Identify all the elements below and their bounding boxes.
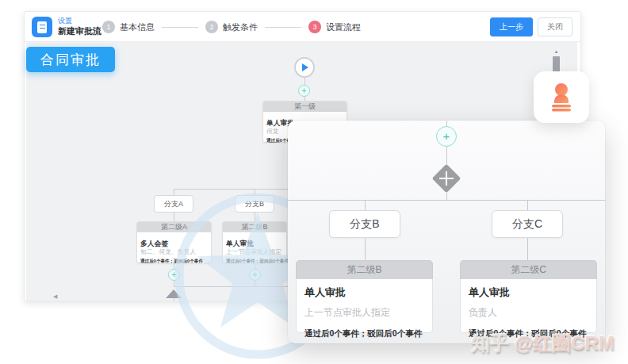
add-node-icon[interactable]: + — [168, 269, 180, 281]
step-trigger-conditions[interactable]: 2 触发条件 — [205, 21, 258, 33]
page-title: 新建审批流 — [58, 25, 101, 36]
add-node-icon[interactable]: + — [249, 269, 261, 281]
close-button[interactable]: 关闭 — [538, 17, 572, 36]
flow-line — [255, 213, 255, 221]
step-connector — [162, 27, 198, 28]
node-title: 第二级B — [223, 222, 286, 232]
node-title: 第二级C — [460, 260, 597, 279]
add-node-icon[interactable]: + — [436, 126, 457, 147]
flow-line — [255, 260, 255, 269]
flow-line — [446, 121, 447, 126]
zhihu-watermark: 知乎 @红圈CRM — [471, 331, 615, 356]
flow-line — [365, 238, 366, 260]
flow-line — [304, 78, 305, 85]
node-type: 多人会签 — [140, 239, 168, 248]
flow-line — [174, 213, 174, 221]
zoom-detail-panel: + 分支B 分支C 第二级B 单人审批 上一节点审批人指定 通过后0个事件；驳回… — [288, 121, 605, 343]
flow-line — [174, 189, 174, 195]
contract-approval-badge: 合同审批 — [26, 47, 115, 72]
flow-line — [446, 192, 447, 200]
branch-c-box[interactable]: 分支C — [492, 210, 563, 238]
branch-split-line — [174, 189, 304, 190]
flow-line — [527, 238, 528, 260]
document-icon — [37, 21, 47, 33]
approval-node-level2c-zoomed[interactable]: 第二级C 单人审批 负责人 通过后0个事件；驳回后0个事件 — [460, 260, 597, 333]
approval-node-level2b-zoomed[interactable]: 第二级B 单人审批 上一节点审批人指定 通过后0个事件；驳回后0个事件 — [296, 260, 433, 333]
flow-line — [174, 281, 174, 286]
add-node-icon[interactable]: + — [298, 85, 310, 97]
app-header: 设置 新建审批流 1 基本信息 2 触发条件 3 设置流程 — [25, 12, 580, 42]
node-events: 通过后0个事件；驳回后0个事件 — [140, 258, 203, 264]
node-title: 第二级B — [296, 260, 433, 279]
step-1-circle: 1 — [102, 21, 115, 33]
approval-node-level2a[interactable]: 第二级A 多人会签 知二、何龙、负责人 通过后0个事件；驳回后0个事件 — [136, 221, 212, 263]
merge-triangle-icon — [166, 289, 182, 298]
node-assignee: 知二、何龙、负责人 — [140, 248, 196, 257]
node-type: 单人审批 — [469, 285, 588, 300]
node-assignee: 负责人 — [469, 306, 588, 320]
scroll-up-arrow-icon[interactable]: ▲ — [553, 48, 560, 55]
settings-label: 设置 — [58, 16, 101, 25]
stamp-icon — [548, 82, 575, 113]
flow-line — [255, 189, 255, 195]
start-node[interactable] — [294, 57, 315, 78]
stamp-card — [534, 71, 589, 123]
node-assignee: 何龙 — [266, 128, 279, 136]
node-assignee: 上一节点审批人指定 — [304, 306, 424, 320]
branch-b-box[interactable]: 分支B — [235, 195, 274, 213]
workflow-app-icon — [32, 17, 52, 37]
step-basic-info[interactable]: 1 基本信息 — [102, 21, 155, 33]
node-type: 单人审批 — [226, 239, 254, 248]
node-title: 第二级A — [137, 222, 211, 232]
node-events: 通过后0个事件；驳回后0个事件 — [226, 258, 289, 264]
node-type: 单人审批 — [304, 285, 424, 300]
node-title: 第一级 — [263, 102, 347, 112]
step-2-circle: 2 — [205, 21, 218, 33]
step-set-process[interactable]: 3 设置流程 — [308, 21, 361, 33]
step-connector — [265, 27, 301, 28]
branch-b-box[interactable]: 分支B — [329, 210, 400, 238]
branch-a-box[interactable]: 分支A — [154, 195, 193, 213]
flow-line — [174, 260, 174, 269]
prev-step-button[interactable]: 上一步 — [490, 17, 533, 36]
node-events: 通过后0个事件；驳回后0个事件 — [304, 328, 422, 339]
branch-split-line — [288, 200, 605, 201]
app-titles: 设置 新建审批流 — [58, 16, 101, 36]
wizard-steps: 1 基本信息 2 触发条件 3 设置流程 — [102, 12, 361, 42]
plus-icon — [446, 171, 448, 186]
page: 设置 新建审批流 1 基本信息 2 触发条件 3 设置流程 — [0, 0, 628, 364]
flow-line — [174, 298, 174, 301]
scroll-left-arrow-icon[interactable]: ◀ — [53, 293, 57, 300]
flow-line — [255, 281, 255, 286]
play-icon — [302, 63, 308, 71]
flow-line — [527, 200, 528, 210]
approval-node-level2b[interactable]: 第二级B 单人审批 上一节点审批人指定 通过后0个事件；驳回后0个事件 — [222, 221, 287, 263]
branch-merge-line — [174, 286, 304, 287]
header-buttons: 上一步 关闭 — [490, 17, 572, 36]
node-assignee: 上一节点审批人指定 — [226, 248, 281, 257]
step-3-circle: 3 — [308, 21, 321, 33]
flow-line — [365, 200, 366, 210]
